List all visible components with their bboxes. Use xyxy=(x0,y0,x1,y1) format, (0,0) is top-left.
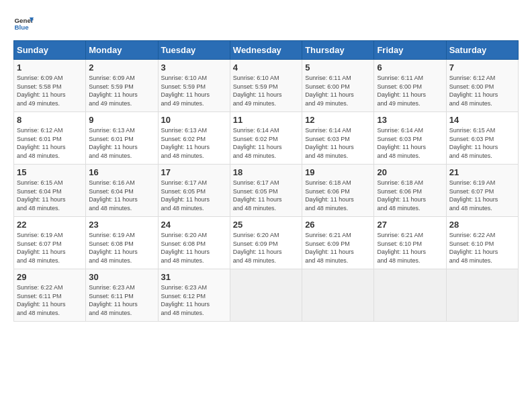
day-info: Sunrise: 6:19 AMSunset: 6:07 PMDaylight:… xyxy=(449,179,515,212)
calendar-cell xyxy=(446,269,518,322)
day-info: Sunrise: 6:20 AMSunset: 6:08 PMDaylight:… xyxy=(161,231,227,265)
day-number: 1 xyxy=(17,62,83,73)
day-number: 29 xyxy=(17,272,83,282)
calendar-cell: 25Sunrise: 6:20 AMSunset: 6:09 PMDayligh… xyxy=(230,217,302,269)
day-info: Sunrise: 6:11 AMSunset: 6:00 PMDaylight:… xyxy=(305,74,371,107)
calendar-cell: 11Sunrise: 6:14 AMSunset: 6:02 PMDayligh… xyxy=(230,112,302,165)
svg-text:Blue: Blue xyxy=(15,24,30,31)
day-info: Sunrise: 6:19 AMSunset: 6:07 PMDaylight:… xyxy=(17,231,83,265)
day-info: Sunrise: 6:17 AMSunset: 6:05 PMDaylight:… xyxy=(161,179,227,212)
calendar-cell: 9Sunrise: 6:13 AMSunset: 6:01 PMDaylight… xyxy=(86,112,158,165)
calendar-cell: 26Sunrise: 6:21 AMSunset: 6:09 PMDayligh… xyxy=(302,217,374,269)
day-info: Sunrise: 6:18 AMSunset: 6:06 PMDaylight:… xyxy=(305,179,371,212)
day-number: 12 xyxy=(305,115,371,125)
day-number: 19 xyxy=(305,167,371,177)
day-info: Sunrise: 6:13 AMSunset: 6:01 PMDaylight:… xyxy=(89,126,154,160)
day-number: 11 xyxy=(233,115,299,125)
day-number: 6 xyxy=(377,62,443,73)
day-number: 8 xyxy=(17,115,83,125)
day-number: 9 xyxy=(89,115,154,125)
day-number: 7 xyxy=(449,62,515,73)
day-number: 17 xyxy=(161,167,227,177)
day-number: 2 xyxy=(89,62,154,73)
calendar-cell: 15Sunrise: 6:15 AMSunset: 6:04 PMDayligh… xyxy=(14,165,86,217)
logo-icon: General Blue xyxy=(13,13,34,34)
week-row-0: 1Sunrise: 6:09 AMSunset: 5:58 PMDaylight… xyxy=(14,60,519,112)
day-header-monday: Monday xyxy=(86,41,158,60)
day-info: Sunrise: 6:19 AMSunset: 6:08 PMDaylight:… xyxy=(89,231,154,265)
day-info: Sunrise: 6:14 AMSunset: 6:03 PMDaylight:… xyxy=(305,126,371,160)
calendar-cell: 10Sunrise: 6:13 AMSunset: 6:02 PMDayligh… xyxy=(158,112,230,165)
days-header-row: SundayMondayTuesdayWednesdayThursdayFrid… xyxy=(14,41,519,60)
calendar-cell: 17Sunrise: 6:17 AMSunset: 6:05 PMDayligh… xyxy=(158,165,230,217)
day-number: 30 xyxy=(89,272,154,282)
logo: General Blue xyxy=(13,13,34,34)
day-number: 15 xyxy=(17,167,83,177)
calendar-cell: 1Sunrise: 6:09 AMSunset: 5:58 PMDaylight… xyxy=(14,60,86,112)
calendar-cell: 3Sunrise: 6:10 AMSunset: 5:59 PMDaylight… xyxy=(158,60,230,112)
day-number: 23 xyxy=(89,220,154,230)
calendar-cell: 31Sunrise: 6:23 AMSunset: 6:12 PMDayligh… xyxy=(158,269,230,322)
day-info: Sunrise: 6:12 AMSunset: 6:01 PMDaylight:… xyxy=(17,126,83,160)
calendar-cell: 12Sunrise: 6:14 AMSunset: 6:03 PMDayligh… xyxy=(302,112,374,165)
calendar-cell: 13Sunrise: 6:14 AMSunset: 6:03 PMDayligh… xyxy=(374,112,446,165)
calendar-cell: 23Sunrise: 6:19 AMSunset: 6:08 PMDayligh… xyxy=(86,217,158,269)
day-number: 14 xyxy=(449,115,515,125)
day-header-tuesday: Tuesday xyxy=(158,41,230,60)
calendar-cell: 22Sunrise: 6:19 AMSunset: 6:07 PMDayligh… xyxy=(14,217,86,269)
day-number: 22 xyxy=(17,220,83,230)
calendar-cell: 30Sunrise: 6:23 AMSunset: 6:11 PMDayligh… xyxy=(86,269,158,322)
calendar-cell xyxy=(374,269,446,322)
day-number: 16 xyxy=(89,167,154,177)
day-info: Sunrise: 6:21 AMSunset: 6:09 PMDaylight:… xyxy=(305,231,371,265)
calendar-cell: 29Sunrise: 6:22 AMSunset: 6:11 PMDayligh… xyxy=(14,269,86,322)
day-number: 13 xyxy=(377,115,443,125)
day-number: 28 xyxy=(449,220,515,230)
day-number: 27 xyxy=(377,220,443,230)
calendar-cell: 20Sunrise: 6:18 AMSunset: 6:06 PMDayligh… xyxy=(374,165,446,217)
day-info: Sunrise: 6:10 AMSunset: 5:59 PMDaylight:… xyxy=(233,74,299,107)
calendar-table: SundayMondayTuesdayWednesdayThursdayFrid… xyxy=(13,40,519,322)
calendar-cell: 16Sunrise: 6:16 AMSunset: 6:04 PMDayligh… xyxy=(86,165,158,217)
day-number: 24 xyxy=(161,220,227,230)
day-info: Sunrise: 6:22 AMSunset: 6:11 PMDaylight:… xyxy=(17,283,83,317)
day-number: 31 xyxy=(161,272,227,282)
page-header: General Blue xyxy=(13,13,519,34)
day-header-thursday: Thursday xyxy=(302,41,374,60)
calendar-cell: 18Sunrise: 6:17 AMSunset: 6:05 PMDayligh… xyxy=(230,165,302,217)
day-number: 4 xyxy=(233,62,299,73)
day-number: 10 xyxy=(161,115,227,125)
calendar-cell: 14Sunrise: 6:15 AMSunset: 6:03 PMDayligh… xyxy=(446,112,518,165)
day-number: 26 xyxy=(305,220,371,230)
day-info: Sunrise: 6:22 AMSunset: 6:10 PMDaylight:… xyxy=(449,231,515,265)
calendar-cell: 4Sunrise: 6:10 AMSunset: 5:59 PMDaylight… xyxy=(230,60,302,112)
week-row-3: 22Sunrise: 6:19 AMSunset: 6:07 PMDayligh… xyxy=(14,217,519,269)
day-info: Sunrise: 6:11 AMSunset: 6:00 PMDaylight:… xyxy=(377,74,443,107)
day-info: Sunrise: 6:21 AMSunset: 6:10 PMDaylight:… xyxy=(377,231,443,265)
day-number: 3 xyxy=(161,62,227,73)
day-info: Sunrise: 6:14 AMSunset: 6:03 PMDaylight:… xyxy=(377,126,443,160)
day-info: Sunrise: 6:14 AMSunset: 6:02 PMDaylight:… xyxy=(233,126,299,160)
day-info: Sunrise: 6:23 AMSunset: 6:12 PMDaylight:… xyxy=(161,283,227,317)
calendar-cell xyxy=(230,269,302,322)
week-row-1: 8Sunrise: 6:12 AMSunset: 6:01 PMDaylight… xyxy=(14,112,519,165)
day-info: Sunrise: 6:17 AMSunset: 6:05 PMDaylight:… xyxy=(233,179,299,212)
day-info: Sunrise: 6:18 AMSunset: 6:06 PMDaylight:… xyxy=(377,179,443,212)
calendar-cell: 8Sunrise: 6:12 AMSunset: 6:01 PMDaylight… xyxy=(14,112,86,165)
day-info: Sunrise: 6:10 AMSunset: 5:59 PMDaylight:… xyxy=(161,74,227,107)
day-number: 25 xyxy=(233,220,299,230)
day-number: 20 xyxy=(377,167,443,177)
day-header-saturday: Saturday xyxy=(446,41,518,60)
day-number: 18 xyxy=(233,167,299,177)
day-header-wednesday: Wednesday xyxy=(230,41,302,60)
week-row-4: 29Sunrise: 6:22 AMSunset: 6:11 PMDayligh… xyxy=(14,269,519,322)
day-info: Sunrise: 6:20 AMSunset: 6:09 PMDaylight:… xyxy=(233,231,299,265)
day-info: Sunrise: 6:12 AMSunset: 6:00 PMDaylight:… xyxy=(449,74,515,107)
day-info: Sunrise: 6:23 AMSunset: 6:11 PMDaylight:… xyxy=(89,283,154,317)
day-info: Sunrise: 6:15 AMSunset: 6:03 PMDaylight:… xyxy=(449,126,515,160)
day-info: Sunrise: 6:09 AMSunset: 5:58 PMDaylight:… xyxy=(17,74,83,107)
day-header-sunday: Sunday xyxy=(14,41,86,60)
day-header-friday: Friday xyxy=(374,41,446,60)
calendar-cell: 28Sunrise: 6:22 AMSunset: 6:10 PMDayligh… xyxy=(446,217,518,269)
calendar-cell: 21Sunrise: 6:19 AMSunset: 6:07 PMDayligh… xyxy=(446,165,518,217)
